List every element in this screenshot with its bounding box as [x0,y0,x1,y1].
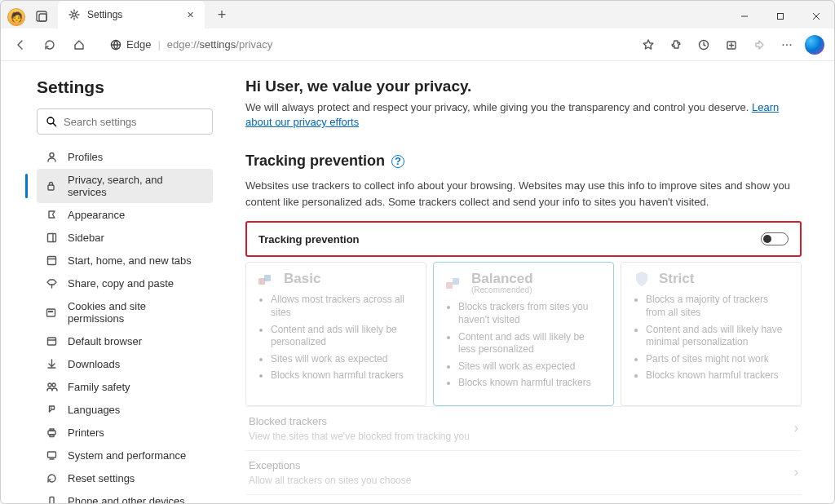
svg-rect-0 [37,11,46,21]
sidebar-item-sidebar[interactable]: Sidebar [37,227,213,249]
nav-icon [45,180,58,192]
svg-rect-29 [50,497,54,505]
svg-point-23 [52,383,55,387]
favorite-button[interactable] [635,32,661,58]
history-button[interactable] [691,32,717,58]
refresh-button[interactable] [37,32,63,58]
sidebar-item-appearance[interactable]: Appearance [37,204,213,226]
browser-toolbar: Edge | edge://settings/privacy ··· [1,29,834,61]
chevron-right-icon: › [794,465,798,480]
svg-point-19 [51,311,51,312]
svg-rect-21 [47,338,55,345]
tracking-prevention-toggle-row[interactable]: Tracking prevention [245,221,802,257]
more-button[interactable]: ··· [774,32,800,58]
close-window-button[interactable] [798,4,834,29]
collections-button[interactable] [718,32,744,58]
svg-rect-1 [39,14,46,21]
tracking-card-balanced[interactable]: Balanced(Recommended)Blocks trackers fro… [433,262,614,406]
sidebar-item-family-safety[interactable]: Family safety [37,376,213,398]
nav-icon [45,232,58,244]
site-identity: Edge [110,38,151,51]
sidebar-item-share-copy-and-paste[interactable]: Share, copy and paste [37,272,213,294]
chevron-right-icon: › [794,421,798,435]
tracking-card-basic[interactable]: BasicAllows most trackers across all sit… [245,262,426,406]
page-content: Settings ProfilesPrivacy, search, and se… [1,61,834,503]
maximize-button[interactable] [762,4,798,29]
nav-icon [45,277,58,290]
svg-point-12 [50,153,54,157]
titlebar-left: 🧑 Settings ✕ + [1,1,234,29]
sidebar-item-privacy-search-and-services[interactable]: Privacy, search, and services [37,169,213,203]
browser-tab[interactable]: Settings ✕ [58,1,205,29]
svg-rect-25 [48,431,55,435]
svg-point-18 [49,311,50,312]
settings-sidebar: Settings ProfilesPrivacy, search, and se… [1,61,231,503]
nav-icon [45,209,58,221]
home-button[interactable] [66,32,92,58]
tab-close-button[interactable]: ✕ [183,8,197,21]
search-icon [46,116,57,127]
card-icon [258,272,276,286]
nav-icon [45,495,58,504]
sidebar-item-start-home-and-new-tabs[interactable]: Start, home, and new tabs [37,250,213,272]
sidebar-item-languages[interactable]: ALanguages [37,399,213,421]
svg-rect-14 [47,234,55,242]
tracking-card-strict[interactable]: StrictBlocks a majority of trackers from… [621,262,802,406]
settings-heading: Settings [37,77,213,97]
share-button[interactable] [746,32,772,58]
sidebar-item-default-browser[interactable]: Default browser [37,330,213,352]
svg-rect-27 [50,435,54,437]
gear-icon [68,9,81,20]
extensions-button[interactable] [663,32,689,58]
nav-icon [45,449,58,462]
sidebar-item-downloads[interactable]: Downloads [37,353,213,375]
svg-rect-16 [47,257,55,265]
nav-icon [45,358,58,370]
nav-icon [45,335,58,347]
svg-rect-4 [778,14,784,20]
svg-line-11 [53,123,56,126]
settings-main: Hi User, we value your privacy. We will … [231,61,834,503]
hero-title: Hi User, we value your privacy. [245,77,802,95]
svg-rect-17 [47,309,55,316]
sidebar-item-cookies-and-site-permissions[interactable]: Cookies and site permissions [37,295,213,329]
exceptions-row[interactable]: Exceptions Allow all trackers on sites y… [245,450,802,494]
address-bar[interactable]: Edge | edge://settings/privacy [100,33,627,57]
nav-icon [45,254,58,267]
back-button[interactable] [7,32,33,58]
card-icon [445,276,463,290]
tracking-toggle[interactable] [761,232,789,245]
svg-rect-33 [258,278,265,285]
tracking-section-desc: Websites use trackers to collect info ab… [245,178,802,210]
sidebar-item-reset-settings[interactable]: Reset settings [37,467,213,489]
blocked-trackers-row[interactable]: Blocked trackers View the sites that we'… [245,406,802,450]
svg-point-2 [73,13,76,16]
svg-rect-36 [453,278,459,285]
nav-icon: A [45,404,58,416]
sidebar-item-phone-and-other-devices[interactable]: Phone and other devices [37,490,213,504]
nav-icon [45,381,58,393]
svg-rect-26 [50,429,54,431]
search-input[interactable] [64,116,204,128]
sidebar-item-system-and-performance[interactable]: System and performance [37,444,213,466]
nav-icon [45,151,58,163]
profile-avatar[interactable]: 🧑 [7,8,25,26]
nav-icon [45,307,58,319]
minimize-button[interactable] [727,4,762,29]
svg-rect-13 [48,185,54,190]
svg-point-20 [52,311,53,312]
sidebar-item-profiles[interactable]: Profiles [37,146,213,168]
nav-icon [45,472,58,484]
nav-icon [45,427,58,439]
sidebar-item-printers[interactable]: Printers [37,422,213,444]
workspaces-icon[interactable] [30,5,53,28]
new-tab-button[interactable]: + [210,7,234,24]
svg-rect-34 [264,275,271,281]
window-titlebar: 🧑 Settings ✕ + [1,1,834,29]
tracking-section-title: Tracking prevention ? [245,153,802,170]
window-controls [727,4,834,29]
settings-search[interactable] [37,108,213,135]
info-icon[interactable]: ? [391,155,404,168]
strict-inprivate-row[interactable]: Always use "Strict" tracking prevention … [245,494,802,503]
copilot-button[interactable] [802,32,828,58]
